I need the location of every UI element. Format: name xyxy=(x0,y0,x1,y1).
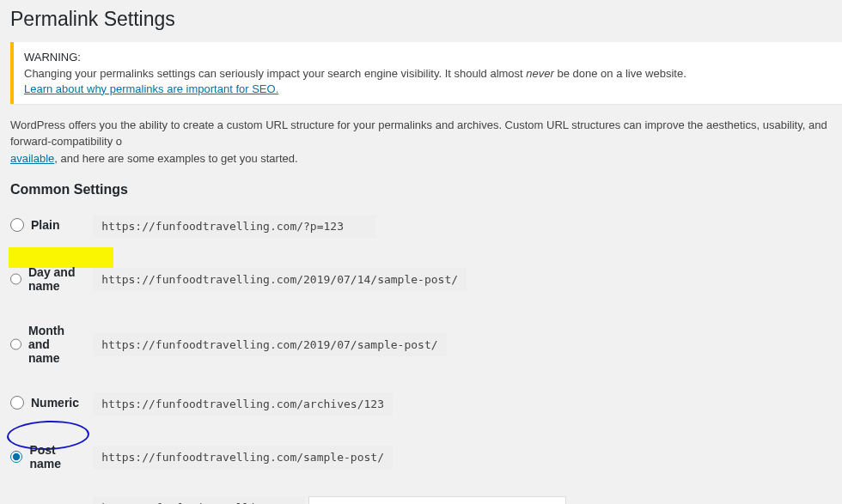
radio-numeric[interactable] xyxy=(10,396,24,410)
warning-text-after: be done on a live website. xyxy=(554,67,686,80)
radio-post-name[interactable] xyxy=(10,450,22,464)
radio-day-and-name[interactable] xyxy=(10,272,21,286)
option-label-numeric: Numeric xyxy=(31,396,79,410)
url-plain: https://funfoodtravelling.com/?p=123 xyxy=(93,215,376,238)
warning-notice: WARNING: Changing your permalinks settin… xyxy=(10,42,842,104)
description-text-before: WordPress offers you the ability to crea… xyxy=(10,118,827,149)
option-label-month-and-name: Month and name xyxy=(28,324,84,365)
url-post-name: https://funfoodtravelling.com/sample-pos… xyxy=(93,446,393,469)
radio-month-and-name[interactable] xyxy=(10,337,21,351)
option-row-numeric: Numeric https://funfoodtravelling.com/ar… xyxy=(10,380,842,428)
page-title: Permalink Settings xyxy=(10,0,842,38)
option-post-name[interactable]: Post name xyxy=(10,443,84,471)
option-row-day-and-name: Day and name https://funfoodtravelling.c… xyxy=(10,250,842,308)
custom-structure-input[interactable] xyxy=(308,496,566,504)
option-row-month-and-name: Month and name https://funfoodtravelling… xyxy=(10,308,842,380)
option-row-post-name: Post name https://funfoodtravelling.com/… xyxy=(10,428,842,486)
url-custom-base: https://funfoodtravelling.com xyxy=(93,496,305,504)
description-tags-available-link[interactable]: available xyxy=(10,152,54,165)
description-paragraph: WordPress offers you the ability to crea… xyxy=(10,117,842,167)
option-month-and-name[interactable]: Month and name xyxy=(10,324,84,365)
permalink-options-table: Plain https://funfoodtravelling.com/?p=1… xyxy=(10,203,842,504)
option-day-and-name[interactable]: Day and name xyxy=(10,265,84,293)
option-plain[interactable]: Plain xyxy=(10,218,59,232)
warning-text-italic: never xyxy=(526,67,554,80)
url-month-and-name: https://funfoodtravelling.com/2019/07/sa… xyxy=(93,333,446,356)
option-row-custom: Custom Structure https://funfoodtravelli… xyxy=(10,486,842,504)
warning-seo-link[interactable]: Learn about why permalinks are important… xyxy=(24,82,278,95)
warning-label: WARNING: xyxy=(24,51,832,64)
warning-text-before: Changing your permalinks settings can se… xyxy=(24,67,526,80)
warning-text: Changing your permalinks settings can se… xyxy=(24,67,686,80)
url-day-and-name: https://funfoodtravelling.com/2019/07/14… xyxy=(93,268,467,291)
option-row-plain: Plain https://funfoodtravelling.com/?p=1… xyxy=(10,203,842,250)
url-numeric: https://funfoodtravelling.com/archives/1… xyxy=(93,392,393,416)
option-label-post-name: Post name xyxy=(29,443,84,471)
common-settings-heading: Common Settings xyxy=(10,182,842,197)
radio-plain[interactable] xyxy=(10,218,24,232)
option-numeric[interactable]: Numeric xyxy=(10,396,79,410)
description-text-after: , and here are some examples to get you … xyxy=(54,152,297,165)
option-label-plain: Plain xyxy=(31,218,59,232)
option-label-day-and-name: Day and name xyxy=(28,265,84,293)
